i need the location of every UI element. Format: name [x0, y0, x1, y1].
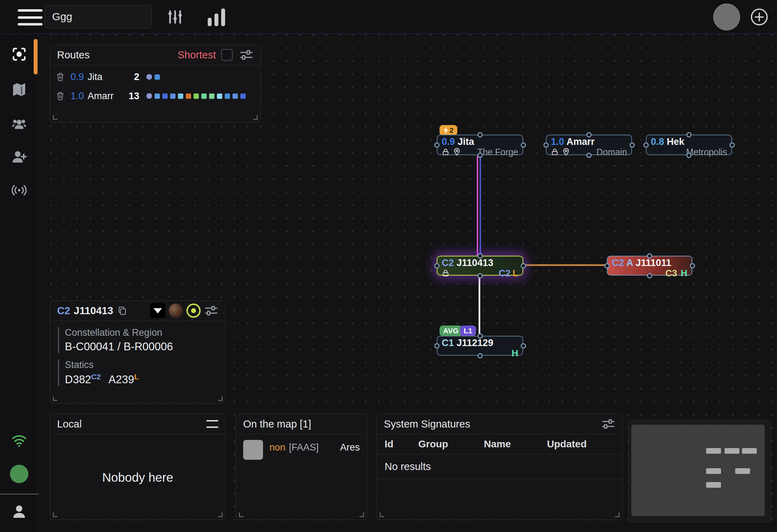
- route-jump-count: 13: [125, 91, 139, 102]
- j110413-class: C2: [442, 257, 454, 268]
- node-amarr[interactable]: 1.0 Amarr Domain: [546, 135, 632, 155]
- copy-icon[interactable]: [117, 306, 127, 316]
- conn-handle[interactable]: [521, 263, 526, 268]
- system-effect-icon[interactable]: [186, 304, 201, 318]
- constellation-region-value: B-C00041 / B-R00006: [65, 340, 225, 353]
- j111011-static-dir: H: [681, 268, 687, 278]
- connection-j110413-j112129[interactable]: [479, 276, 480, 336]
- delete-route-icon[interactable]: [56, 72, 65, 81]
- conn-handle[interactable]: [521, 343, 526, 349]
- conn-handle[interactable]: [643, 142, 649, 148]
- conn-handle[interactable]: [477, 253, 483, 259]
- lock-icon: [551, 148, 559, 156]
- shortest-checkbox[interactable]: [221, 49, 233, 61]
- resize-handle[interactable]: [53, 115, 57, 120]
- resize-handle[interactable]: [218, 513, 223, 517]
- conn-handle[interactable]: [477, 132, 483, 137]
- system-portrait-icon[interactable]: [169, 304, 183, 318]
- signatures-title: System Signatures: [384, 418, 470, 430]
- user-avatar[interactable]: [713, 4, 740, 30]
- node-j111011[interactable]: C2 A J111011 C3H: [607, 256, 692, 276]
- minimap-viewport[interactable]: [631, 425, 765, 516]
- conn-handle[interactable]: [477, 333, 483, 339]
- conn-handle[interactable]: [434, 142, 440, 148]
- j111011-class: C2: [612, 257, 624, 268]
- conn-handle[interactable]: [434, 263, 440, 268]
- hek-security: 0.8: [651, 136, 664, 147]
- route-destination: Amarr: [88, 91, 125, 102]
- connection-jita-j110413-magenta[interactable]: [477, 156, 478, 256]
- conn-handle[interactable]: [604, 263, 610, 268]
- conn-handle[interactable]: [686, 132, 692, 137]
- resize-handle[interactable]: [53, 513, 57, 517]
- connection-status-wifi-icon: [0, 432, 38, 448]
- conn-handle[interactable]: [730, 142, 735, 148]
- conn-handle[interactable]: [647, 273, 652, 278]
- route-row-amarr[interactable]: 1.0 Amarr 13: [50, 89, 261, 103]
- location-pin-icon: [453, 148, 461, 156]
- conn-handle[interactable]: [690, 263, 695, 268]
- minimap-node: [735, 468, 750, 474]
- resize-handle[interactable]: [359, 513, 364, 517]
- resize-handle[interactable]: [253, 115, 258, 120]
- pilot-row[interactable]: non [FAAS] Ares: [236, 434, 367, 460]
- add-character-icon[interactable]: [0, 149, 38, 165]
- online-status-dot: [0, 465, 38, 483]
- characters-icon[interactable]: [0, 116, 38, 132]
- hamburger-menu-icon[interactable]: [18, 9, 43, 26]
- conn-handle[interactable]: [630, 142, 635, 148]
- j112129-static-dir: H: [512, 348, 518, 358]
- on-the-map-panel: On the map [1] non [FAAS] Ares: [236, 414, 367, 520]
- broadcast-icon[interactable]: [0, 182, 38, 198]
- add-button[interactable]: [750, 8, 768, 26]
- column-id[interactable]: Id: [385, 438, 418, 450]
- resize-handle[interactable]: [53, 396, 57, 401]
- conn-handle[interactable]: [477, 273, 483, 278]
- column-group[interactable]: Group: [418, 438, 484, 450]
- connection-jita-j110413-blue[interactable]: [480, 156, 481, 256]
- resize-handle[interactable]: [380, 513, 384, 517]
- routes-settings-icon[interactable]: [239, 48, 253, 62]
- signatures-settings-icon[interactable]: [601, 417, 615, 431]
- conn-handle[interactable]: [586, 132, 592, 137]
- statics-value: D382C2A239L: [65, 373, 225, 386]
- on-the-map-title: On the map [1]: [243, 418, 311, 430]
- j112129-l1-badge: L1: [460, 326, 476, 336]
- shortest-toggle-label[interactable]: Shortest: [178, 49, 216, 61]
- conn-handle[interactable]: [477, 153, 483, 158]
- conn-handle[interactable]: [543, 142, 549, 148]
- column-updated[interactable]: Updated: [547, 438, 587, 450]
- sysinfo-settings-icon[interactable]: [204, 304, 218, 318]
- conn-handle[interactable]: [686, 153, 692, 158]
- maps-icon[interactable]: [0, 81, 38, 98]
- resize-handle[interactable]: [218, 396, 223, 401]
- node-j110413[interactable]: C2 J110413 C2L: [437, 256, 523, 276]
- profile-icon[interactable]: [0, 504, 38, 520]
- local-menu-icon[interactable]: [206, 420, 218, 428]
- delete-route-icon[interactable]: [56, 91, 65, 101]
- conn-handle[interactable]: [477, 353, 483, 358]
- j110413-static-dir: L: [513, 268, 518, 278]
- map-settings-sliders-icon[interactable]: [166, 8, 184, 26]
- system-signatures-panel: System Signatures Id Group Name Updated …: [376, 414, 623, 520]
- conn-handle[interactable]: [647, 253, 652, 259]
- route-row-jita[interactable]: 0.9 Jita 2: [50, 69, 261, 84]
- conn-handle[interactable]: [521, 142, 526, 148]
- routes-title: Routes: [57, 49, 90, 61]
- minimap-widget[interactable]: [628, 420, 771, 522]
- sysinfo-name: J110413: [74, 305, 113, 317]
- conn-handle[interactable]: [586, 153, 592, 158]
- resize-handle[interactable]: [239, 513, 244, 517]
- map-select[interactable]: Ggg: [45, 5, 152, 28]
- conn-handle[interactable]: [434, 343, 440, 349]
- activity-chart-icon[interactable]: [208, 9, 226, 26]
- local-empty-text: Nobody here: [102, 470, 173, 485]
- resize-handle[interactable]: [615, 513, 620, 517]
- connection-j110413-j111011[interactable]: [523, 264, 607, 266]
- focus-system-icon[interactable]: [0, 46, 38, 62]
- column-name[interactable]: Name: [484, 438, 547, 450]
- sort-direction-icon[interactable]: [150, 303, 165, 318]
- node-jita[interactable]: 0.9 Jita The Forge: [437, 135, 523, 155]
- node-hek[interactable]: 0.8 Hek Metropolis: [646, 135, 732, 155]
- node-j112129[interactable]: C1 J112129 H: [437, 336, 523, 356]
